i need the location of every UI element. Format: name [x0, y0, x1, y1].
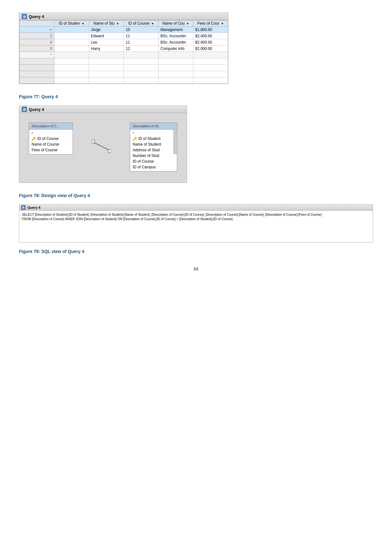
student-table-items: * 🔑 ID of Student Name of Student Addres… — [130, 129, 177, 171]
student-address-label: Address of Stud — [133, 148, 160, 152]
cell-courseid-2[interactable]: 11 — [124, 33, 159, 39]
new-cell-3[interactable] — [124, 52, 159, 58]
cell-courseid-4[interactable]: 12 — [124, 45, 159, 52]
design-tables-container: Description of C... * 🔑 ID of Course Nam… — [29, 119, 177, 172]
cell-fees-4[interactable]: $2,000.00 — [193, 45, 228, 52]
new-row-indicator: * — [20, 52, 54, 58]
course-pk-icon: 🔑 — [32, 137, 36, 141]
figure78-title: Query 4 — [29, 107, 44, 112]
student-address-row: Address of Stud — [130, 147, 177, 153]
figure79-title: Query 4 — [27, 206, 40, 209]
cell-id-4[interactable] — [54, 45, 89, 52]
col-header-name-student[interactable]: Name of Stu ▼ — [89, 21, 124, 27]
design-view-content: Description of C... * 🔑 ID of Course Nam… — [19, 113, 187, 183]
figure77-title: Query 4 — [29, 14, 44, 19]
svg-line-0 — [92, 142, 111, 151]
cell-id-1[interactable] — [54, 27, 89, 33]
table-row[interactable]: 3 Harry 12 Computer Info $2,000.00 — [20, 45, 228, 52]
col-header-id-course[interactable]: ID of Course ▼ — [124, 21, 159, 27]
student-number-row: Number of Stud — [130, 153, 177, 159]
row-indicator-4: 3 — [20, 45, 54, 52]
figure79-titlebar: ⊞ Query 4 — [19, 205, 373, 211]
student-star: * — [133, 131, 134, 135]
empty-row — [20, 77, 228, 84]
empty-row — [20, 58, 228, 65]
new-record-row[interactable]: * — [20, 52, 228, 58]
figure79-window: ⊞ Query 4 SELECT [Description of Student… — [19, 204, 373, 243]
col-selector — [20, 21, 54, 27]
cell-fees-2[interactable]: $2,400.00 — [193, 33, 228, 39]
dropdown-arrow-3[interactable]: ▼ — [186, 22, 189, 25]
cell-id-3[interactable] — [54, 39, 89, 45]
svg-rect-1 — [92, 140, 94, 143]
cell-name-3[interactable]: Leo — [89, 39, 124, 45]
query-icon-79: ⊞ — [21, 205, 26, 210]
new-cell-2[interactable] — [89, 52, 124, 58]
student-courseid-row: ID of Course — [130, 159, 177, 164]
cell-coursename-2[interactable]: BSc. Accountin — [159, 33, 193, 39]
cell-coursename-4[interactable]: Computer Info — [159, 45, 193, 52]
cell-courseid-3[interactable]: 11 — [124, 39, 159, 45]
cell-fees-3[interactable]: $2,400.00 — [193, 39, 228, 45]
empty-row — [20, 71, 228, 77]
course-table-header: Description of C... — [29, 123, 73, 129]
col-header-fees-course[interactable]: Fees of Cour ▼ — [193, 21, 228, 27]
col-header-id-student[interactable]: ID of Studen ▼ — [54, 21, 89, 27]
course-table-box: Description of C... * 🔑 ID of Course Nam… — [29, 123, 73, 154]
dropdown-arrow-1[interactable]: ▼ — [116, 22, 119, 25]
dropdown-arrow-2[interactable]: ▼ — [151, 22, 154, 25]
table-row[interactable]: 2 Edward 11 BSc. Accountin $2,400.00 — [20, 33, 228, 39]
new-cell-4[interactable] — [159, 52, 193, 58]
new-cell-5[interactable] — [193, 52, 228, 58]
figure77-window: ⊞ Query 4 ID of Studen ▼ Name of Stu ▼ I… — [19, 13, 228, 84]
cell-id-2[interactable] — [54, 33, 89, 39]
course-star-row: * — [29, 131, 73, 136]
course-name-row: Name of Course — [29, 142, 73, 147]
dropdown-arrow-4[interactable]: ▼ — [221, 22, 224, 25]
figure78-titlebar: ⊞ Query 4 — [19, 106, 187, 113]
query-icon-78: ⊞ — [22, 107, 27, 112]
figure77-caption: Figure 77: Query 4 — [19, 94, 373, 99]
student-star-row: * — [130, 131, 177, 136]
join-line-svg — [92, 135, 111, 173]
student-number-label: Number of Stud — [133, 154, 159, 158]
cell-name-1[interactable]: Jorge — [89, 27, 124, 33]
student-campusid-label: ID of Campus — [133, 165, 156, 169]
course-name-label: Name of Course — [32, 142, 59, 147]
cell-name-2[interactable]: Edward — [89, 33, 124, 39]
student-pk-icon: 🔑 — [133, 137, 137, 141]
figure78-caption: Figure 78: Design view of Query 4 — [19, 193, 373, 198]
student-pk-row: 🔑 ID of Student — [130, 136, 177, 142]
sql-line1: SELECT [Description of Student].[ID of S… — [22, 213, 322, 216]
table-row[interactable]: 4 Leo 11 BSc. Accountin $2,400.00 — [20, 39, 228, 45]
query4-datasheet: ID of Studen ▼ Name of Stu ▼ ID of Cours… — [19, 20, 228, 84]
student-campusid-row: ID of Campus — [130, 164, 177, 170]
course-fees-label: Fees of Course — [32, 148, 57, 152]
course-pk-row: 🔑 ID of Course — [29, 136, 73, 142]
cell-name-4[interactable]: Harry — [89, 45, 124, 52]
sql-empty-space — [19, 230, 373, 242]
svg-rect-2 — [108, 149, 111, 153]
row-indicator-2: 2 — [20, 33, 54, 39]
scrollbar[interactable] — [173, 129, 177, 154]
dropdown-arrow-0[interactable]: ▼ — [81, 22, 84, 25]
page-number: 53 — [19, 267, 373, 271]
sql-content[interactable]: SELECT [Description of Student].[ID of S… — [19, 211, 373, 230]
figure79-caption: Figure 79: SQL view of Query 4 — [19, 249, 373, 254]
cell-fees-1[interactable]: $1,800.00 — [193, 27, 228, 33]
student-table-header: Description of St... — [130, 123, 177, 129]
student-courseid-label: ID of Course — [133, 159, 154, 164]
student-name-label: Name of Student — [133, 142, 161, 147]
query-icon-77: ⊞ — [22, 14, 27, 19]
sql-line2: FROM [Description of Course] INNER JOIN … — [22, 217, 233, 221]
cell-courseid-1[interactable]: 10 — [124, 27, 159, 33]
row-indicator-3: 4 — [20, 39, 54, 45]
cell-coursename-3[interactable]: BSc. Accountin — [159, 39, 193, 45]
course-star: * — [32, 131, 33, 135]
cell-coursename-1[interactable]: Management — [159, 27, 193, 33]
table-row[interactable]: ✏ Jorge 10 Management $1,800.00 — [20, 27, 228, 33]
new-cell-1[interactable] — [54, 52, 89, 58]
empty-row — [20, 65, 228, 71]
col-header-name-course[interactable]: Name of Cou ▼ — [159, 21, 193, 27]
student-name-row: Name of Student — [130, 142, 177, 147]
